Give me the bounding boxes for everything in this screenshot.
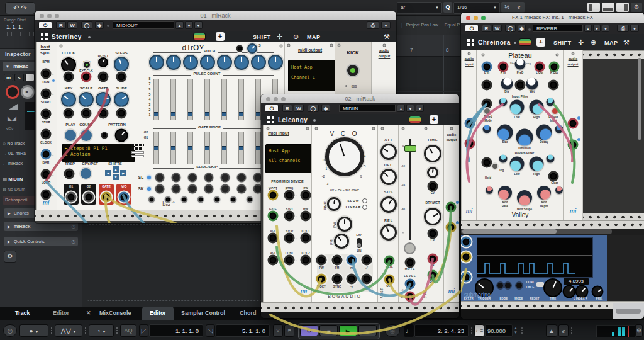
midi-rtrg-jack[interactable] (284, 190, 295, 201)
tuned-jack[interactable] (482, 99, 492, 110)
preset-next-button[interactable]: ▼ (593, 25, 601, 32)
grid-type-select[interactable]: ar ▼ (397, 2, 442, 14)
slide-step-button-6[interactable] (238, 174, 245, 181)
g2-block[interactable]: G2 (81, 184, 96, 205)
shift-up-button[interactable]: ▲ (113, 166, 119, 173)
cvd-in-jack[interactable] (428, 254, 438, 264)
dry-cv-jack[interactable] (482, 80, 492, 91)
pitch-knob-4[interactable] (200, 55, 215, 70)
switch-editor-button[interactable]: ◆ (95, 21, 104, 29)
step-cv-jack-4[interactable] (197, 196, 204, 203)
slider-handle[interactable] (154, 112, 158, 116)
gate-mode-knob[interactable] (96, 92, 111, 107)
skip-step-button-2[interactable] (173, 186, 180, 193)
vertical-scrollbar[interactable] (638, 58, 641, 140)
step-cv-jack-5[interactable] (214, 196, 221, 203)
locator-left-icon[interactable]: ◸ (139, 324, 148, 337)
slide-step-button-5[interactable] (222, 174, 229, 181)
gate-jack[interactable] (98, 108, 109, 119)
punch-in-icon[interactable]: ⋎ (273, 324, 283, 337)
play-button[interactable] (65, 130, 76, 141)
tempo-spinner[interactable]: ▲▼ (514, 326, 518, 335)
drywet-knob[interactable] (424, 208, 441, 225)
gate-mode-slider-1[interactable] (153, 132, 159, 164)
count-button[interactable] (80, 130, 92, 141)
drywet-cv-jack[interactable] (428, 229, 438, 239)
preset-prev-button[interactable]: ▲ (397, 105, 405, 112)
key-jack[interactable] (64, 108, 74, 119)
ext-trigger-jack[interactable] (461, 272, 472, 283)
reset-knob[interactable] (98, 57, 108, 67)
slider-handle[interactable] (205, 112, 209, 116)
high-cut-small-knob[interactable] (547, 98, 555, 106)
wrench-icon[interactable]: ⚒ (623, 39, 630, 46)
plateau-rin-jack[interactable] (498, 62, 509, 72)
slider-handle[interactable] (222, 146, 226, 150)
preset-select[interactable]: REVERB (533, 25, 583, 32)
rf-high-knob[interactable] (530, 157, 544, 171)
skip-step-button-7[interactable] (255, 186, 262, 193)
add-module-button[interactable]: + (430, 115, 438, 124)
scrollbar-thumb[interactable] (462, 229, 557, 234)
mute-button[interactable]: m (4, 74, 13, 81)
slider-handle[interactable] (239, 146, 243, 150)
slide-step-button-7[interactable] (255, 174, 262, 181)
plugin-menu-button[interactable]: ▼ (630, 25, 639, 32)
tab-mixconsole[interactable]: MixConsole (99, 310, 131, 316)
sustain-knob[interactable] (380, 196, 397, 213)
size-cv-knob[interactable] (483, 125, 491, 133)
gate-mode-slider-3[interactable] (187, 132, 193, 164)
pattern-knob[interactable] (115, 129, 128, 142)
steps-jack[interactable] (116, 72, 127, 82)
write-automation-button[interactable]: W (294, 105, 304, 112)
pulse-count-slider-4[interactable] (204, 79, 210, 120)
plateau-lout-jack[interactable] (535, 62, 545, 72)
scale-knob[interactable] (79, 92, 94, 107)
power-button[interactable]: ⏻ (38, 21, 52, 29)
globe-icon[interactable]: ⊕ (591, 39, 596, 46)
mod-depth-knob[interactable] (537, 186, 551, 200)
hostsync-run-jack[interactable] (41, 89, 52, 99)
midi-voct-jack[interactable] (268, 190, 279, 201)
clock-icon[interactable]: ◷ (71, 237, 75, 246)
disclosure-triangle-icon[interactable]: ▼ (3, 65, 9, 69)
rack-color-swatch[interactable] (409, 116, 421, 123)
mod-rate-knob[interactable] (498, 186, 512, 200)
kick-trigger-button[interactable] (347, 65, 358, 76)
inspector-gear-button[interactable]: ⚙ (4, 251, 16, 263)
triplet-button[interactable]: ⅓ (501, 2, 513, 13)
sync-in-jack[interactable] (332, 274, 343, 285)
r-index-knob[interactable] (575, 285, 589, 298)
slider-handle[interactable] (188, 146, 192, 150)
slider-handle[interactable] (239, 112, 243, 116)
mix-out-jack[interactable] (405, 292, 416, 302)
skip-step-button-4[interactable] (206, 186, 213, 193)
move-icon[interactable]: ✢ (277, 33, 282, 40)
preset-prev-button[interactable]: ▲ (584, 25, 592, 32)
rack-grid-icon[interactable] (467, 39, 474, 46)
window-02-mirack[interactable]: 02 - miRack ⏻ R W ◯ ◆ MIDIIN ▲ ▼ ▼ Leica… (261, 94, 459, 318)
locator-right-icon[interactable]: ◹ (206, 324, 215, 337)
stop-button[interactable]: ■ (319, 325, 338, 336)
mute-led-button[interactable] (405, 244, 414, 253)
gate-mode-slider-6[interactable] (238, 132, 244, 164)
snapshot-camera-icon[interactable]: ⎙ (617, 25, 629, 32)
preset-menu-button[interactable]: ▼ (194, 21, 203, 29)
l-index-knob[interactable] (563, 285, 576, 298)
pitch-knob-5[interactable] (217, 55, 232, 70)
clock-jack[interactable] (64, 72, 74, 82)
time-range-knob[interactable] (427, 167, 438, 178)
voct-in-jack[interactable] (316, 274, 327, 285)
vo-block[interactable]: V/O (116, 184, 131, 205)
pitch-knob-2[interactable] (166, 55, 181, 70)
midi-mw-jack[interactable] (301, 211, 311, 222)
diffuse-input-button[interactable] (552, 108, 558, 114)
position-value[interactable]: 2. 2. 4. 23 (414, 324, 469, 337)
run-led-button[interactable] (84, 62, 90, 68)
sync-button[interactable]: e (558, 324, 569, 337)
rf-high-cv-knob[interactable] (547, 155, 555, 163)
pulse-count-slider-6[interactable] (238, 79, 244, 120)
clock-knob[interactable] (61, 57, 76, 72)
midi-clk2-jack[interactable] (301, 255, 311, 266)
pitch-knob-6[interactable] (234, 55, 249, 70)
